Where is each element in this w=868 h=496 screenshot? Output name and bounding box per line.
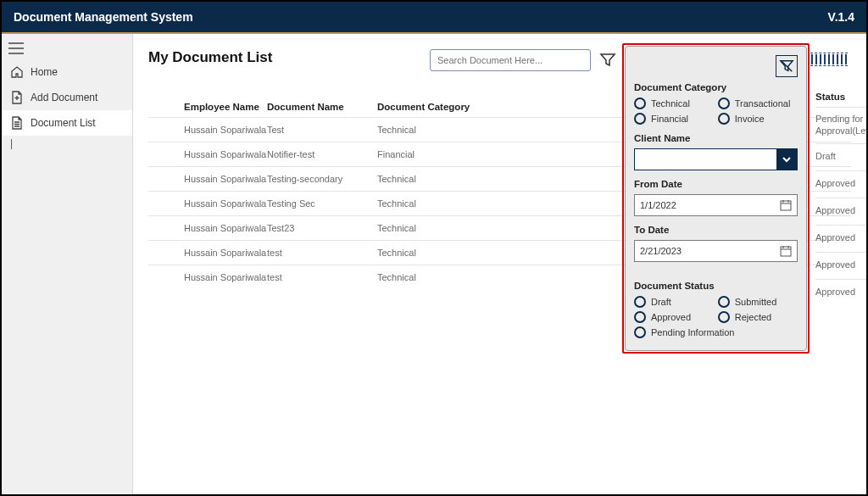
- sidebar-item-add-document[interactable]: Add Document: [2, 85, 132, 110]
- filter-clear-button[interactable]: [776, 55, 798, 77]
- status-label: Approved: [815, 205, 855, 217]
- cell-employee: Hussain Sopariwala: [148, 149, 267, 159]
- cell-document: Testing-secondary: [267, 174, 377, 184]
- cell-category: Technical: [377, 248, 487, 258]
- radio-option[interactable]: Draft: [634, 296, 709, 308]
- cell-category: Financial: [377, 149, 487, 159]
- from-date-value: 1/1/2022: [640, 200, 676, 210]
- sidebar: Home Add Document Document List |: [2, 34, 133, 494]
- cell-category: Technical: [377, 272, 487, 282]
- to-date-value: 2/21/2023: [640, 246, 682, 256]
- col-category: Document Category: [377, 102, 487, 112]
- filter-client-label: Client Name: [634, 133, 798, 143]
- radio-option[interactable]: Submitted: [718, 296, 793, 308]
- radio-label: Approved: [651, 312, 691, 322]
- status-row: Approved: [815, 170, 868, 198]
- col-status: Status: [815, 86, 868, 107]
- cell-category: Technical: [377, 198, 487, 209]
- filter-panel: Document Category TechnicalTransactional…: [625, 46, 807, 351]
- svg-rect-7: [781, 247, 791, 256]
- radio-label: Draft: [651, 297, 671, 307]
- sidebar-item-document-list[interactable]: Document List: [2, 110, 132, 136]
- radio-label: Pending Information: [651, 327, 734, 337]
- radio-icon: [718, 113, 730, 125]
- radio-option[interactable]: Transactional: [718, 98, 793, 109]
- app-title: Document Management System: [14, 10, 193, 24]
- status-row: Approved: [815, 279, 868, 306]
- col-document: Document Name: [267, 102, 377, 112]
- radio-label: Transactional: [735, 98, 791, 109]
- sidebar-item-label: Add Document: [31, 92, 97, 103]
- cell-document: Notifier-test: [267, 149, 377, 159]
- radio-label: Rejected: [735, 312, 771, 322]
- cell-category: Technical: [377, 223, 487, 233]
- status-row: Approved: [815, 252, 868, 279]
- client-dropdown[interactable]: [634, 148, 798, 170]
- filter-button[interactable]: [599, 52, 616, 69]
- cell-document: Testing Sec: [267, 198, 377, 209]
- status-label: Approved: [815, 178, 855, 190]
- filter-category-label: Document Category: [634, 82, 798, 92]
- radio-icon: [634, 311, 646, 323]
- calendar-icon: [780, 199, 792, 211]
- funnel-icon: [599, 52, 616, 69]
- cell-employee: Hussain Sopariwala: [148, 223, 267, 233]
- status-label: Pending for Approval(Level-1): [815, 114, 868, 137]
- cell-document: Test23: [267, 223, 377, 233]
- radio-icon: [634, 296, 646, 308]
- from-date-input[interactable]: 1/1/2022: [634, 194, 798, 216]
- barcode-icon[interactable]: [810, 53, 848, 66]
- calendar-icon: [780, 245, 792, 257]
- radio-icon: [634, 98, 646, 109]
- sidebar-item-home[interactable]: Home: [2, 59, 132, 85]
- radio-icon: [718, 311, 730, 323]
- svg-rect-6: [781, 201, 791, 210]
- to-date-input[interactable]: 2/21/2023: [634, 240, 798, 262]
- chevron-down-icon: [776, 149, 797, 170]
- radio-icon: [634, 113, 646, 125]
- cell-document: Test: [267, 125, 377, 135]
- radio-option[interactable]: Technical: [634, 98, 709, 109]
- status-row: Draft: [815, 143, 868, 170]
- radio-icon: [718, 296, 730, 308]
- radio-icon: [718, 98, 730, 109]
- radio-label: Submitted: [735, 297, 777, 307]
- app-version: V.1.4: [828, 10, 854, 24]
- status-row: Approved: [815, 225, 868, 252]
- cell-employee: Hussain Sopariwala: [148, 125, 267, 135]
- sidebar-caret: |: [2, 136, 132, 151]
- search-input[interactable]: [430, 49, 591, 71]
- radio-label: Invoice: [735, 114, 765, 124]
- radio-option[interactable]: Invoice: [718, 113, 793, 125]
- status-label: Approved: [815, 287, 855, 298]
- radio-option[interactable]: Pending Information: [634, 326, 798, 338]
- radio-label: Technical: [651, 98, 690, 109]
- cell-document: test: [267, 248, 377, 258]
- filter-from-label: From Date: [634, 179, 798, 189]
- cell-employee: Hussain Sopariwala: [148, 272, 267, 282]
- cell-employee: Hussain Sopariwala: [148, 198, 267, 209]
- radio-option[interactable]: Financial: [634, 113, 709, 125]
- filter-to-label: To Date: [634, 225, 798, 235]
- status-label: Draft: [815, 151, 836, 163]
- status-label: Approved: [815, 232, 855, 244]
- cell-document: test: [267, 272, 377, 282]
- radio-option[interactable]: Rejected: [718, 311, 793, 323]
- home-icon: [10, 65, 24, 79]
- funnel-off-icon: [779, 59, 794, 74]
- filter-status-label: Document Status: [634, 281, 798, 291]
- doc-list-icon: [10, 116, 24, 130]
- menu-toggle[interactable]: [2, 37, 132, 59]
- status-row: Approved: [815, 198, 868, 225]
- radio-option[interactable]: Approved: [634, 311, 709, 323]
- col-employee: Employee Name: [148, 102, 267, 112]
- radio-label: Financial: [651, 114, 688, 124]
- cell-employee: Hussain Sopariwala: [148, 174, 267, 184]
- add-doc-icon: [10, 91, 24, 104]
- radio-icon: [634, 326, 646, 338]
- cell-category: Technical: [377, 174, 487, 184]
- status-label: Approved: [815, 259, 855, 271]
- client-dropdown-value: [635, 149, 776, 170]
- sidebar-item-label: Document List: [31, 117, 96, 129]
- cell-employee: Hussain Sopariwala: [148, 248, 267, 258]
